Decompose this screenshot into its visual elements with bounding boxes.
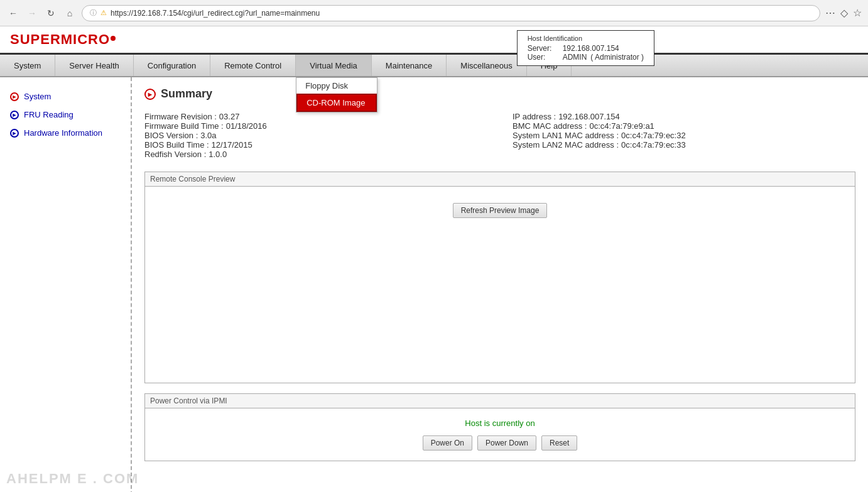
nav-remote-control[interactable]: Remote Control	[210, 55, 296, 76]
bios-version-label: BIOS Version :	[144, 131, 198, 140]
browser-chrome: ← → ↻ ⌂ ⓘ ⚠ https://192.168.7.154/cgi/ur…	[0, 0, 868, 26]
firmware-revision-row: Firmware Revision : 03.27	[144, 112, 487, 121]
server-value: 192.168.007.154	[563, 44, 619, 53]
sidebar-item-system[interactable]: ► System	[0, 87, 131, 106]
refresh-preview-button[interactable]: Refresh Preview Image	[453, 203, 548, 218]
nav-maintenance[interactable]: Maintenance	[372, 55, 447, 76]
redfish-row: Redfish Version : 1.0.0	[144, 150, 487, 159]
lan2-mac-row: System LAN2 MAC address : 0c:c4:7a:79:ec…	[513, 140, 855, 150]
logo-text: SUPERMICRO	[10, 31, 110, 47]
nav-system[interactable]: System	[0, 55, 55, 76]
sidebar-item-fru-reading[interactable]: ► FRU Reading	[0, 106, 131, 124]
browser-actions: ⋯ ◇ ☆	[825, 7, 862, 19]
user-label: User:	[528, 53, 559, 62]
sidebar-system-label: System	[24, 92, 51, 101]
server-label: Server:	[528, 44, 559, 53]
lan1-mac-row: System LAN1 MAC address : 0c:c4:7a:79:ec…	[513, 131, 855, 140]
hw-arrow-icon: ►	[10, 129, 19, 138]
host-id-user-row: User: ADMIN ( Administrator )	[528, 53, 644, 62]
bookmark-icon[interactable]: ◇	[840, 7, 848, 19]
virtual-media-dropdown: Floppy Disk CD-ROM Image	[296, 77, 377, 112]
fru-arrow-icon: ►	[10, 111, 19, 119]
url-text: https://192.168.7.154/cgi/url_redirect.c…	[111, 9, 320, 18]
sidebar-item-hardware-info[interactable]: ► Hardware Information	[0, 124, 131, 142]
firmware-revision-value: 03.27	[219, 112, 240, 121]
title-arrow-icon: ►	[144, 89, 156, 100]
host-identification: Host Identification Server: 192.168.007.…	[517, 30, 654, 66]
redfish-value: 1.0.0	[209, 150, 227, 159]
user-value: ADMIN	[563, 53, 587, 62]
sidebar: ► System ► FRU Reading ► Hardware Inform…	[0, 77, 132, 492]
lan1-mac-value: 0c:c4:7a:79:ec:32	[621, 131, 686, 140]
nav-configuration[interactable]: Configuration	[134, 55, 210, 76]
back-button[interactable]: ←	[6, 6, 20, 20]
ip-row: IP address : 192.168.007.154	[513, 112, 855, 121]
lan1-mac-label: System LAN1 MAC address :	[513, 131, 619, 140]
reset-button[interactable]: Reset	[541, 435, 577, 451]
lan2-mac-label: System LAN2 MAC address :	[513, 140, 619, 150]
ip-label: IP address :	[513, 112, 556, 121]
power-control-panel-title: Power Control via IPMI	[145, 394, 855, 408]
bios-build-row: BIOS Build Time : 12/17/2015	[144, 140, 487, 150]
ip-value: 192.168.007.154	[558, 112, 620, 121]
power-control-panel: Power Control via IPMI Host is currently…	[144, 393, 855, 461]
home-button[interactable]: ⌂	[63, 6, 77, 20]
redfish-label: Redfish Version :	[144, 150, 206, 159]
power-status-text: Host is currently on	[155, 418, 845, 428]
bios-version-row: BIOS Version : 3.0a	[144, 131, 487, 140]
star-icon[interactable]: ☆	[853, 7, 862, 19]
host-id-title: Host Identification	[528, 35, 644, 42]
main-content: ► Summary Firmware Revision : 03.27 Firm…	[132, 77, 868, 492]
dropdown-cdrom-image[interactable]: CD-ROM Image	[296, 94, 377, 112]
watermark: AHELPM E . COM	[6, 471, 139, 487]
logo-dot	[111, 36, 116, 41]
bmc-mac-row: BMC MAC address : 0c:c4:7a:79:e9:a1	[513, 121, 855, 131]
info-col-left: Firmware Revision : 03.27 Firmware Build…	[144, 112, 487, 159]
power-buttons-row: Power On Power Down Reset	[155, 435, 845, 451]
user-role: ( Administrator )	[590, 53, 644, 62]
nav-server-health[interactable]: Server Health	[55, 55, 133, 76]
remote-console-panel-body: Refresh Preview Image	[145, 187, 855, 383]
host-id-server-row: Server: 192.168.007.154	[528, 44, 644, 53]
nav-miscellaneous[interactable]: Miscellaneous	[447, 55, 526, 76]
bios-version-value: 3.0a	[200, 131, 216, 140]
remote-console-panel-title: Remote Console Preview	[145, 172, 855, 187]
power-control-panel-body: Host is currently on Power On Power Down…	[145, 408, 855, 461]
address-bar[interactable]: ⓘ ⚠ https://192.168.7.154/cgi/url_redire…	[82, 5, 820, 21]
remote-console-panel: Remote Console Preview Refresh Preview I…	[144, 172, 855, 383]
page-title-row: ► Summary	[144, 87, 855, 101]
bios-build-value: 12/17/2015	[212, 140, 252, 150]
system-arrow-icon: ►	[10, 92, 19, 101]
nav-virtual-media[interactable]: Virtual Media Floppy Disk CD-ROM Image	[296, 55, 372, 76]
lan2-mac-value: 0c:c4:7a:79:ec:33	[621, 140, 686, 150]
page-title: Summary	[161, 87, 212, 101]
power-down-button[interactable]: Power Down	[477, 435, 536, 451]
info-icon: ⓘ	[90, 8, 97, 18]
firmware-revision-label: Firmware Revision :	[144, 112, 217, 121]
firmware-build-row: Firmware Build Time : 01/18/2016	[144, 121, 487, 131]
power-on-button[interactable]: Power On	[423, 435, 472, 451]
firmware-build-value: 01/18/2016	[226, 121, 267, 131]
remote-console-preview-area: Refresh Preview Image	[155, 197, 845, 373]
bmc-mac-label: BMC MAC address :	[513, 121, 587, 131]
forward-button[interactable]: →	[25, 6, 39, 20]
main-layout: ► System ► FRU Reading ► Hardware Inform…	[0, 77, 868, 492]
logo-bar: SUPERMICRO	[0, 26, 868, 55]
firmware-build-label: Firmware Build Time :	[144, 121, 224, 131]
bios-build-label: BIOS Build Time :	[144, 140, 209, 150]
sidebar-hw-label: Hardware Information	[24, 128, 102, 138]
summary-info-grid: Firmware Revision : 03.27 Firmware Build…	[144, 112, 855, 159]
warning-icon: ⚠	[100, 9, 107, 17]
supermicro-logo: SUPERMICRO	[10, 31, 116, 48]
top-nav: System Server Health Configuration Remot…	[0, 55, 868, 77]
bmc-mac-value: 0c:c4:7a:79:e9:a1	[589, 121, 654, 131]
dropdown-floppy-disk[interactable]: Floppy Disk	[296, 78, 377, 94]
sidebar-fru-label: FRU Reading	[24, 110, 73, 119]
menu-dots[interactable]: ⋯	[825, 7, 835, 19]
reload-button[interactable]: ↻	[44, 6, 58, 20]
info-col-right: IP address : 192.168.007.154 BMC MAC add…	[513, 112, 855, 159]
